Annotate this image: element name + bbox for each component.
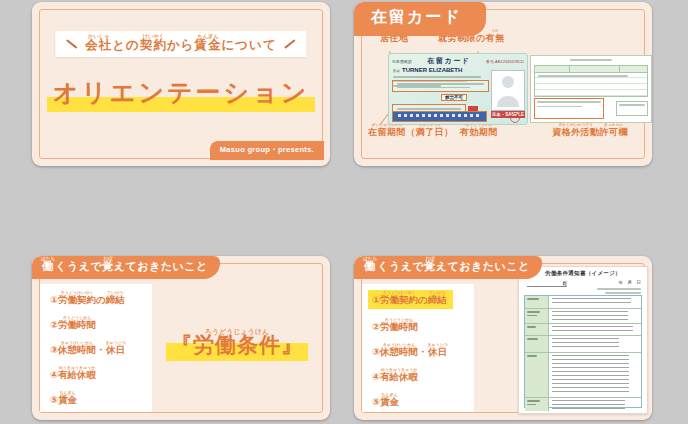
card-government-label: 日本国政府 [392, 59, 412, 64]
credit-ribbon: Masuo group・presents. [210, 141, 324, 160]
callout-stay-period: 在留期間ざいりゅうきかん（満了日まんりょうび） [368, 123, 454, 139]
card-back-side-box [616, 101, 648, 116]
presentation-title: オリエンテーション [32, 76, 330, 109]
card-number: 番号 AB12345678CD [486, 59, 524, 64]
card-back-table [534, 65, 648, 97]
slide-header-tab: 働はたらくうえで覚おぼえておきたいこと [32, 256, 220, 279]
slide-thumbnail-residence-card[interactable]: 在留カード 居住地きょじゅうち 就労制限しゅうろうせいげんの有無うむ 在留期間ざ… [354, 2, 652, 166]
slash-left-icon [66, 39, 77, 48]
list-item-wages: ⑤賃金ちんぎん [50, 390, 330, 407]
residence-card-back-image [530, 55, 652, 123]
notice-date: 年 月 日 [619, 280, 642, 285]
slide-header-tab: 働はたらくうえで覚おぼえておきたいこと [354, 256, 542, 279]
notice-text-line [605, 292, 641, 294]
notice-addressee: 殿 [527, 281, 567, 287]
subtitle-banner: 会社かいしゃとの契約けいやくから賃金ちんぎんについて [55, 31, 306, 57]
slash-right-icon [285, 39, 296, 48]
keyword-labor-conditions: 『労働条件ろうどうじょうけん』 [154, 328, 320, 359]
list-item-paid-leave: ④有給休暇ゆうきゅうきゅうか [50, 365, 330, 382]
subtitle-text: 会社かいしゃとの契約けいやくから賃金ちんぎんについて [85, 33, 276, 54]
slide-thumbnail-title[interactable]: 会社かいしゃとの契約けいやくから賃金ちんぎんについて オリエンテーション Mas… [32, 2, 330, 166]
callout-validity-period: 有効期間ゆうこうきかん [460, 123, 498, 139]
card-text-line [393, 76, 481, 78]
card-photo-placeholder [491, 70, 525, 111]
no-work-permit-chip: 就労不可 [441, 94, 467, 101]
red-seal-stamp [510, 113, 520, 123]
slide-header-tab: 在留カード [354, 2, 486, 36]
labor-conditions-notice-image: 労働条件通知書（イメージ） 殿 年 月 日 [518, 266, 648, 414]
notice-form-table [524, 295, 642, 408]
residence-card-front-image: 日本国政府 在留カード 番号 AB12345678CD 氏名TURNER ELI… [388, 53, 528, 125]
card-title: 在留カード [428, 56, 471, 66]
permission-column-highlight [534, 98, 604, 119]
list-item-labor-contract: ①労働契約ろうどうけいやくの締結ていけつ [50, 290, 330, 307]
callout-permission-column: 資格外活動しかくがいかつどう許可欄きょからん [552, 123, 628, 139]
notice-text-line [597, 288, 641, 290]
card-text-line [393, 85, 441, 87]
slide-thumbnail-contract-notice[interactable]: 働はたらくうえで覚おぼえておきたいこと ①労働契約ろうどうけいやくの締結ていけつ… [354, 256, 652, 420]
slide-thumbnail-working-points[interactable]: 働はたらくうえで覚おぼえておきたいこと ①労働契約ろうどうけいやくの締結ていけつ… [32, 256, 330, 420]
card-back-header-line [570, 59, 612, 61]
validity-bar-highlight [392, 111, 487, 122]
